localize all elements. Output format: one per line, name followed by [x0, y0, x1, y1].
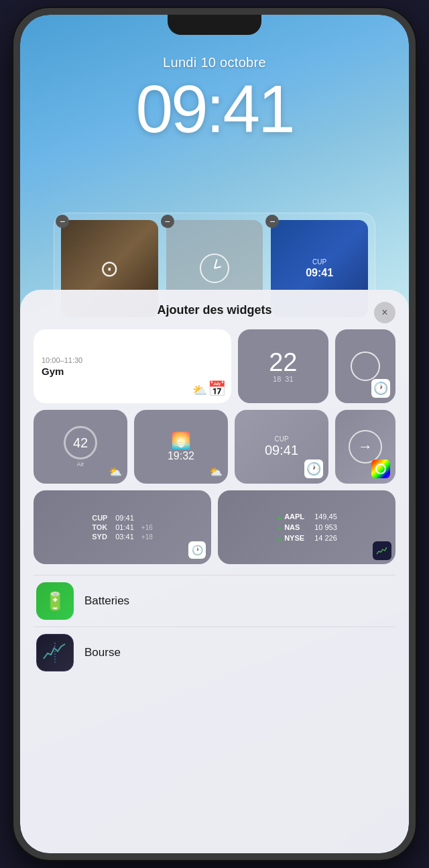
- cup-widget-city: CUP: [274, 435, 288, 443]
- stock-val-3: 14 226: [314, 534, 337, 542]
- wc-time-1: 09:41: [115, 514, 134, 522]
- stock-name-3: NYSE: [284, 534, 314, 542]
- small-num-1: 18: [273, 375, 281, 383]
- air-label: Air: [77, 461, 84, 468]
- phone-frame: Lundi 10 octobre 09:41 − ⊙ − − CUP 09:41: [13, 8, 416, 860]
- wc-city-2: TOK: [92, 523, 115, 531]
- widgets-row-3: CUP 09:41 TOK 01:41 +16 SYD 03:41 +18: [34, 490, 395, 564]
- stock-val-2: 10 953: [314, 523, 337, 531]
- widget-delete-mirror[interactable]: −: [56, 215, 69, 228]
- app-list: 🔋 Batteries Bourse: [34, 575, 395, 678]
- air-circle: 42: [64, 426, 97, 459]
- widget-stocks[interactable]: ▲ AAPL 149,45 ▲ NAS 10 953 ▲ NYSE 14 226: [218, 490, 395, 564]
- widget-cup-grid[interactable]: CUP 09:41 🕐: [235, 410, 328, 484]
- cal-event: Gym: [42, 366, 223, 377]
- stock-arrow-1: ▲: [276, 513, 283, 521]
- cup-time-label: 09:41: [306, 266, 333, 279]
- widget-delete-cup[interactable]: −: [265, 215, 279, 228]
- air-value: 42: [73, 435, 88, 451]
- arrow-circle: →: [349, 430, 382, 464]
- bourse-icon: [36, 634, 74, 671]
- weather-icon-1: ⛅: [192, 383, 207, 398]
- clock-face-icon: [200, 254, 229, 283]
- widget-air[interactable]: 42 Air ⛅: [34, 410, 127, 484]
- widget-arrow[interactable]: →: [335, 410, 395, 484]
- time-display: 09:41: [20, 72, 409, 146]
- wc-city-3: SYD: [92, 533, 115, 541]
- svg-point-0: [376, 464, 385, 474]
- small-num-2: 31: [285, 375, 293, 383]
- wc-offset-2: +16: [134, 524, 153, 531]
- clock-app-icon-3: 🕐: [188, 541, 206, 559]
- add-widgets-sheet: Ajouter des widgets × 10:00–11:30 Gym 📅 …: [20, 290, 409, 853]
- calendar-icon: 📅: [208, 380, 226, 398]
- weather-icon-2: ⛅: [109, 466, 122, 478]
- stock-name-1: AAPL: [284, 512, 314, 521]
- big-number: 22: [269, 349, 297, 375]
- stock-row-2: ▲ NAS 10 953: [276, 523, 337, 531]
- close-sheet-button[interactable]: ×: [374, 302, 395, 323]
- mirror-icon: ⊙: [100, 255, 119, 282]
- stock-val-1: 149,45: [314, 512, 337, 521]
- stock-arrow-2: ▲: [276, 524, 283, 531]
- small-numbers: 18 31: [273, 375, 294, 383]
- worldclock-row-1: CUP 09:41: [92, 514, 153, 522]
- cup-text: CUP 09:41: [306, 258, 333, 279]
- cal-time-range: 10:00–11:30: [42, 356, 223, 364]
- worldclock-row-2: TOK 01:41 +16: [92, 523, 153, 531]
- widget-worldclock[interactable]: CUP 09:41 TOK 01:41 +16 SYD 03:41 +18: [34, 490, 211, 564]
- widgets-grid: 10:00–11:30 Gym 📅 ⛅ 22 18 31: [34, 329, 395, 564]
- notch: [168, 15, 261, 35]
- sunrise-icon: 🌅 19:32: [168, 431, 194, 462]
- stock-row-1: ▲ AAPL 149,45: [276, 512, 337, 521]
- cup-widget-time: 09:41: [265, 443, 298, 458]
- cup-city-label: CUP: [306, 258, 333, 266]
- widget-alarm-grid[interactable]: 🕐: [335, 329, 395, 403]
- time1932-value: 19:32: [168, 450, 194, 462]
- clock-app-icon-1: 🕐: [371, 379, 390, 398]
- widget-time1932[interactable]: 🌅 19:32 ⛅: [134, 410, 228, 484]
- widgets-row-2: 42 Air ⛅ 🌅 19:32 ⛅: [34, 410, 395, 484]
- app-item-bourse[interactable]: Bourse: [34, 627, 395, 678]
- wc-time-3: 03:41: [115, 533, 134, 541]
- bourse-app-name: Bourse: [84, 646, 121, 659]
- clock-app-icon-2: 🕐: [304, 459, 323, 478]
- weather-icon-3: ⛅: [209, 466, 223, 478]
- date-label: Lundi 10 octobre: [20, 55, 409, 70]
- widget-calendar[interactable]: 10:00–11:30 Gym 📅 ⛅: [34, 329, 231, 403]
- widgets-row-1: 10:00–11:30 Gym 📅 ⛅ 22 18 31: [34, 329, 395, 403]
- batteries-icon: 🔋: [36, 582, 74, 620]
- rainbow-activity-icon: [371, 459, 390, 478]
- widget-number22[interactable]: 22 18 31: [238, 329, 328, 403]
- widget-delete-alarm[interactable]: −: [161, 215, 174, 228]
- wc-time-2: 01:41: [115, 523, 134, 531]
- app-item-batteries[interactable]: 🔋 Batteries: [34, 575, 395, 627]
- alarm-clock-face: [351, 351, 380, 381]
- wc-offset-3: +18: [134, 533, 153, 541]
- stock-row-3: ▲ NYSE 14 226: [276, 534, 337, 542]
- sheet-title: Ajouter des widgets: [34, 303, 395, 317]
- stock-name-2: NAS: [284, 523, 314, 531]
- worldclock-row-3: SYD 03:41 +18: [92, 533, 153, 541]
- stock-arrow-3: ▲: [276, 535, 283, 542]
- stock-chart-icon: [373, 541, 391, 560]
- batteries-app-name: Batteries: [84, 594, 129, 608]
- wc-city-1: CUP: [92, 514, 115, 522]
